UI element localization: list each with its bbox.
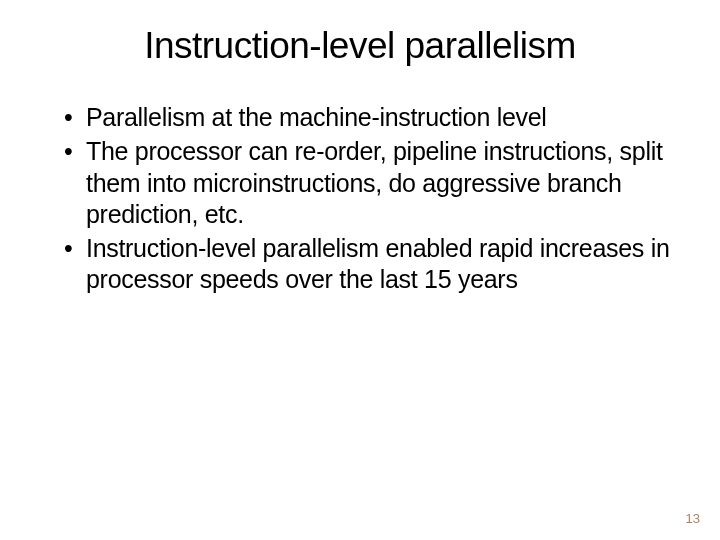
bullet-list: Parallelism at the machine-instruction l… — [50, 102, 670, 296]
bullet-item: Parallelism at the machine-instruction l… — [64, 102, 670, 133]
slide-title: Instruction-level parallelism — [50, 25, 670, 67]
bullet-item: Instruction-level parallelism enabled ra… — [64, 233, 670, 296]
slide-container: Instruction-level parallelism Parallelis… — [0, 0, 720, 540]
bullet-item: The processor can re-order, pipeline ins… — [64, 136, 670, 230]
page-number: 13 — [686, 511, 700, 526]
